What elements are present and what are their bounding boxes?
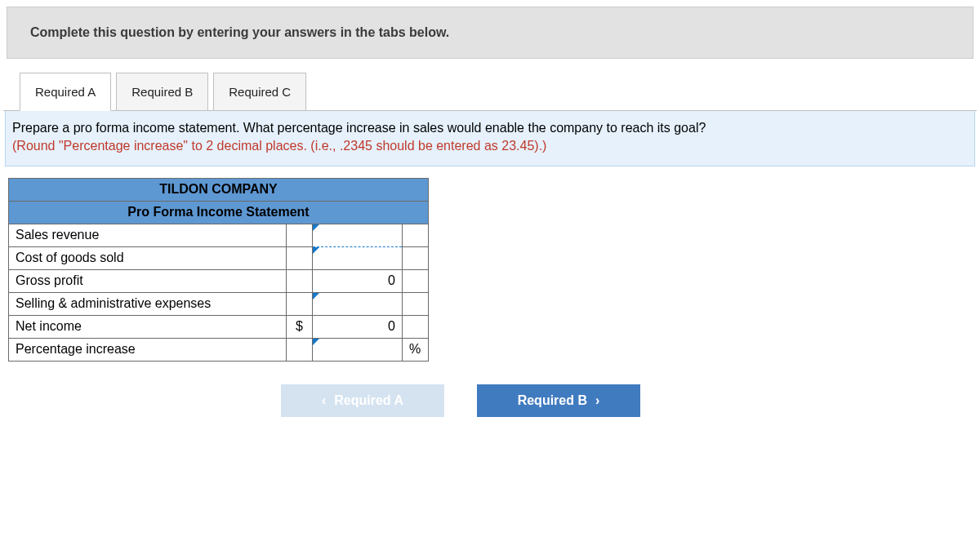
row-label: Gross profit — [9, 269, 287, 292]
sales-revenue-input[interactable] — [313, 224, 403, 246]
percentage-increase-input[interactable] — [313, 338, 403, 361]
table-row: Percentage increase % — [9, 338, 429, 361]
row-unit — [403, 269, 429, 292]
prev-button-label: Required A — [334, 393, 403, 408]
row-currency-symbol — [287, 338, 313, 361]
net-income-value: 0 — [313, 315, 403, 338]
prompt-box: Prepare a pro forma income statement. Wh… — [5, 111, 975, 166]
tab-label: Required C — [229, 85, 291, 99]
table-row: Gross profit 0 — [9, 269, 429, 292]
chevron-right-icon: › — [595, 393, 599, 408]
tab-required-a[interactable]: Required A — [20, 73, 111, 111]
cogs-input[interactable] — [313, 246, 403, 269]
row-unit — [403, 224, 429, 246]
nav-row: ‹ Required A Required B › — [281, 384, 977, 417]
tab-required-b[interactable]: Required B — [116, 73, 208, 111]
instruction-bar: Complete this question by entering your … — [7, 7, 973, 59]
gross-profit-value: 0 — [313, 269, 403, 292]
prompt-note: (Round "Percentage increase" to 2 decima… — [12, 139, 546, 153]
worksheet-title: Pro Forma Income Statement — [9, 201, 429, 224]
row-unit — [403, 246, 429, 269]
instruction-text: Complete this question by entering your … — [30, 25, 449, 39]
row-currency-symbol — [287, 246, 313, 269]
row-unit — [403, 292, 429, 315]
table-row: Cost of goods sold — [9, 246, 429, 269]
row-unit: % — [403, 338, 429, 361]
tab-label: Required B — [131, 85, 193, 99]
sga-input[interactable] — [313, 292, 403, 315]
table-row: Sales revenue — [9, 224, 429, 246]
prompt-main: Prepare a pro forma income statement. Wh… — [12, 121, 706, 135]
chevron-left-icon: ‹ — [322, 393, 326, 408]
table-row: Net income $ 0 — [9, 315, 429, 338]
tab-label: Required A — [35, 85, 96, 99]
row-label: Selling & administrative expenses — [9, 292, 287, 315]
row-currency-symbol: $ — [287, 315, 313, 338]
table-row: Selling & administrative expenses — [9, 292, 429, 315]
worksheet-company: TILDON COMPANY — [9, 178, 429, 201]
worksheet-table: TILDON COMPANY Pro Forma Income Statemen… — [8, 178, 429, 362]
next-button-label: Required B — [518, 393, 587, 408]
next-button[interactable]: Required B › — [477, 384, 640, 417]
row-unit — [403, 315, 429, 338]
row-label: Cost of goods sold — [9, 246, 287, 269]
prev-button: ‹ Required A — [281, 384, 444, 417]
row-currency-symbol — [287, 224, 313, 246]
row-label: Percentage increase — [9, 338, 287, 361]
row-currency-symbol — [287, 292, 313, 315]
row-label: Sales revenue — [9, 224, 287, 246]
row-label: Net income — [9, 315, 287, 338]
tabs-row: Required A Required B Required C — [20, 69, 977, 111]
tab-required-c[interactable]: Required C — [213, 73, 306, 111]
row-currency-symbol — [287, 269, 313, 292]
